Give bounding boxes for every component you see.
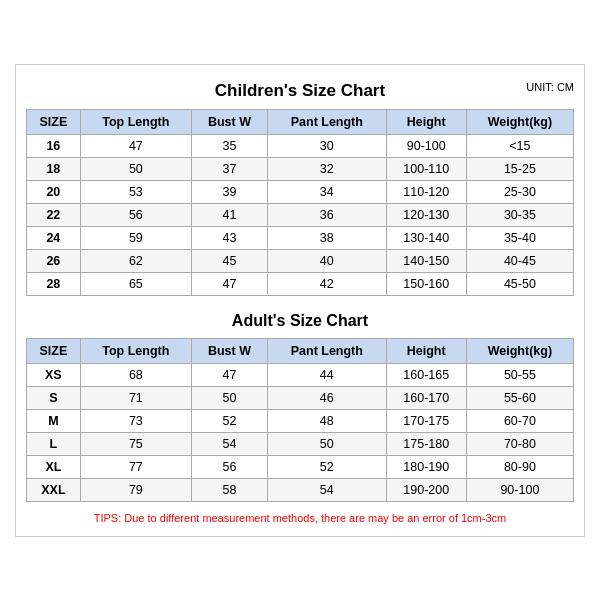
table-cell: 15-25 — [466, 157, 573, 180]
table-cell: 37 — [191, 157, 267, 180]
table-cell: 71 — [80, 386, 191, 409]
col-header-bust-w: Bust W — [191, 109, 267, 134]
table-cell: 52 — [267, 455, 386, 478]
adult-header-row: SIZE Top Length Bust W Pant Length Heigh… — [27, 338, 574, 363]
table-cell: 90-100 — [466, 478, 573, 501]
children-size-table: SIZE Top Length Bust W Pant Length Heigh… — [26, 109, 574, 296]
table-cell: 47 — [191, 363, 267, 386]
table-cell: 41 — [191, 203, 267, 226]
col-header-pant-length: Pant Length — [267, 109, 386, 134]
table-row: 28654742150-16045-50 — [27, 272, 574, 295]
table-cell: 34 — [267, 180, 386, 203]
table-row: XS684744160-16550-55 — [27, 363, 574, 386]
table-cell: 45 — [191, 249, 267, 272]
table-cell: 56 — [191, 455, 267, 478]
table-cell: 110-120 — [386, 180, 466, 203]
table-row: L755450175-18070-80 — [27, 432, 574, 455]
table-cell: 20 — [27, 180, 81, 203]
table-cell: 40-45 — [466, 249, 573, 272]
table-row: S715046160-17055-60 — [27, 386, 574, 409]
table-cell: 77 — [80, 455, 191, 478]
table-row: 18503732100-11015-25 — [27, 157, 574, 180]
table-cell: 75 — [80, 432, 191, 455]
table-cell: 40 — [267, 249, 386, 272]
table-cell: 80-90 — [466, 455, 573, 478]
table-cell: 46 — [267, 386, 386, 409]
table-cell: 160-170 — [386, 386, 466, 409]
table-cell: 73 — [80, 409, 191, 432]
table-cell: 175-180 — [386, 432, 466, 455]
table-cell: 30-35 — [466, 203, 573, 226]
adult-title-text: Adult's Size Chart — [232, 312, 368, 329]
unit-label: UNIT: CM — [526, 81, 574, 93]
table-cell: XS — [27, 363, 81, 386]
col-header-weight: Weight(kg) — [466, 109, 573, 134]
table-cell: 28 — [27, 272, 81, 295]
table-cell: 26 — [27, 249, 81, 272]
table-cell: 50 — [191, 386, 267, 409]
table-cell: 160-165 — [386, 363, 466, 386]
table-cell: 190-200 — [386, 478, 466, 501]
table-row: XL775652180-19080-90 — [27, 455, 574, 478]
table-row: 20533934110-12025-30 — [27, 180, 574, 203]
table-row: XXL795854190-20090-100 — [27, 478, 574, 501]
table-cell: 56 — [80, 203, 191, 226]
children-header-row: SIZE Top Length Bust W Pant Length Heigh… — [27, 109, 574, 134]
table-cell: 53 — [80, 180, 191, 203]
tips-text: TIPS: Due to different measurement metho… — [26, 510, 574, 526]
table-cell: 79 — [80, 478, 191, 501]
table-cell: 60-70 — [466, 409, 573, 432]
table-cell: 62 — [80, 249, 191, 272]
table-cell: 50 — [80, 157, 191, 180]
col-header-top-length: Top Length — [80, 109, 191, 134]
table-cell: 50-55 — [466, 363, 573, 386]
table-row: 24594338130-14035-40 — [27, 226, 574, 249]
table-cell: 47 — [80, 134, 191, 157]
table-cell: 36 — [267, 203, 386, 226]
table-cell: 30 — [267, 134, 386, 157]
table-cell: 140-150 — [386, 249, 466, 272]
table-cell: 58 — [191, 478, 267, 501]
table-cell: 55-60 — [466, 386, 573, 409]
table-cell: XXL — [27, 478, 81, 501]
table-cell: <15 — [466, 134, 573, 157]
children-title-text: Children's Size Chart — [215, 81, 385, 100]
table-cell: 16 — [27, 134, 81, 157]
table-row: 1647353090-100<15 — [27, 134, 574, 157]
table-cell: 38 — [267, 226, 386, 249]
table-cell: 25-30 — [466, 180, 573, 203]
adult-col-header-pant-length: Pant Length — [267, 338, 386, 363]
adult-col-header-weight: Weight(kg) — [466, 338, 573, 363]
adult-col-header-bust-w: Bust W — [191, 338, 267, 363]
size-chart-container: Children's Size Chart UNIT: CM SIZE Top … — [15, 64, 585, 537]
table-cell: 65 — [80, 272, 191, 295]
table-row: 26624540140-15040-45 — [27, 249, 574, 272]
table-row: M735248170-17560-70 — [27, 409, 574, 432]
table-cell: 52 — [191, 409, 267, 432]
table-cell: 39 — [191, 180, 267, 203]
table-cell: 44 — [267, 363, 386, 386]
table-cell: 68 — [80, 363, 191, 386]
table-cell: 43 — [191, 226, 267, 249]
table-cell: 100-110 — [386, 157, 466, 180]
adult-col-header-size: SIZE — [27, 338, 81, 363]
table-cell: 54 — [191, 432, 267, 455]
adult-col-header-height: Height — [386, 338, 466, 363]
children-chart-title: Children's Size Chart UNIT: CM — [26, 75, 574, 103]
table-cell: 48 — [267, 409, 386, 432]
table-cell: 130-140 — [386, 226, 466, 249]
table-cell: M — [27, 409, 81, 432]
adult-size-table: SIZE Top Length Bust W Pant Length Heigh… — [26, 338, 574, 502]
table-cell: 54 — [267, 478, 386, 501]
table-cell: 32 — [267, 157, 386, 180]
table-cell: 120-130 — [386, 203, 466, 226]
col-header-height: Height — [386, 109, 466, 134]
table-cell: 50 — [267, 432, 386, 455]
table-cell: 24 — [27, 226, 81, 249]
adult-chart-title: Adult's Size Chart — [26, 304, 574, 332]
table-cell: 150-160 — [386, 272, 466, 295]
table-row: 22564136120-13030-35 — [27, 203, 574, 226]
table-cell: 45-50 — [466, 272, 573, 295]
table-cell: 35 — [191, 134, 267, 157]
table-cell: 180-190 — [386, 455, 466, 478]
